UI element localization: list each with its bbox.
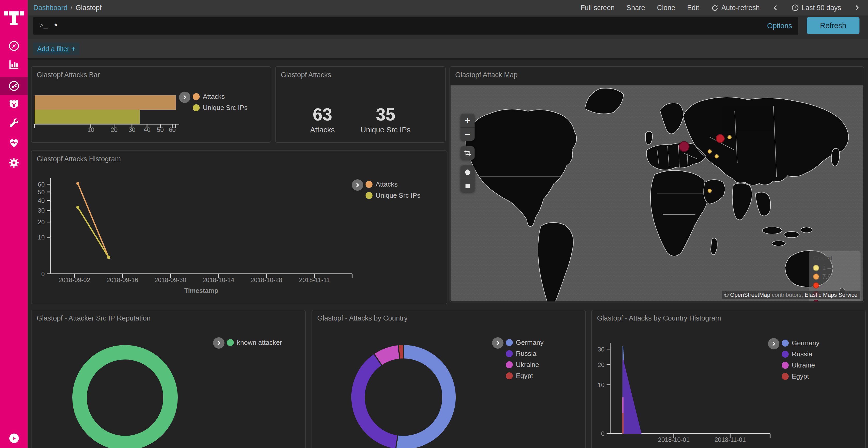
- metric-unique-src-ips: 35 Unique Src IPs: [361, 106, 410, 134]
- svg-text:0: 0: [41, 271, 45, 277]
- legend-item[interactable]: known attacker: [227, 339, 282, 347]
- zoom-out-button[interactable]: −: [461, 127, 474, 141]
- gear-icon: [8, 157, 20, 169]
- chevron-right-icon: [494, 340, 501, 346]
- legend-dot: [366, 192, 373, 199]
- add-filter-button[interactable]: Add a filter+: [33, 43, 79, 55]
- attack-location-marker[interactable]: [708, 149, 712, 153]
- map-legend-title: Count: [813, 254, 857, 262]
- zoom-in-button[interactable]: +: [461, 114, 474, 127]
- query-text[interactable]: *: [54, 22, 767, 30]
- time-back-button[interactable]: [772, 4, 779, 12]
- time-range-picker[interactable]: Last 90 days: [791, 4, 841, 12]
- attack-location-marker[interactable]: [715, 154, 719, 159]
- sidebar-item-timelion[interactable]: [0, 95, 28, 113]
- svg-text:10: 10: [597, 381, 604, 388]
- sidebar-item-monitoring[interactable]: [0, 134, 28, 152]
- legend-label: Attacks: [376, 180, 398, 188]
- refresh-button[interactable]: Refresh: [807, 17, 860, 34]
- edit-button[interactable]: Edit: [687, 4, 699, 12]
- legend-item[interactable]: Russia: [506, 350, 544, 358]
- telekom-logo[interactable]: [4, 5, 24, 30]
- fit-data-bounds-button[interactable]: [461, 146, 474, 160]
- legend-item[interactable]: Unique Src IPs: [366, 192, 420, 200]
- sidebar-item-devtools[interactable]: [0, 114, 28, 132]
- breadcrumb-separator: /: [70, 4, 72, 12]
- svg-text:60: 60: [169, 126, 176, 133]
- svg-text:30: 30: [128, 126, 135, 133]
- sidebar-item-discover[interactable]: [0, 37, 28, 55]
- svg-text:10: 10: [38, 234, 45, 241]
- legend-item[interactable]: Ukraine: [782, 361, 819, 369]
- legend-item[interactable]: Germany: [506, 339, 544, 347]
- full-screen-button[interactable]: Full screen: [581, 4, 615, 12]
- map-attribution: © OpenStreetMap contributors, Elastic Ma…: [722, 290, 860, 299]
- legend-toggle-button[interactable]: [492, 337, 503, 349]
- legend-dot: [782, 351, 789, 358]
- panel-attacker-src-ip-reputation: Glastopf - Attacker Src IP Reputation kn…: [31, 310, 306, 448]
- svg-text:2018-10-28: 2018-10-28: [251, 276, 282, 283]
- panel-title: Glastopf Attack Map: [455, 71, 518, 79]
- legend-toggle-button[interactable]: [352, 179, 363, 191]
- legend-dot: [782, 340, 789, 347]
- legend-item[interactable]: Attacks: [193, 93, 247, 101]
- src-ip-reputation-donut[interactable]: [32, 310, 305, 448]
- attack-location-marker[interactable]: [708, 188, 712, 193]
- map-legend-item: 1 – 7.6: [813, 264, 857, 272]
- legend-item[interactable]: Ukraine: [506, 361, 544, 369]
- legend-label: Russia: [516, 350, 536, 358]
- chart-legend: AttacksUnique Src IPs: [366, 180, 420, 200]
- legend-dot: [506, 372, 513, 379]
- legend-item[interactable]: Egypt: [506, 372, 544, 380]
- clone-button[interactable]: Clone: [657, 4, 675, 12]
- svg-text:2018-11-01: 2018-11-01: [715, 436, 746, 443]
- legend-dot: [506, 361, 513, 368]
- time-forward-button[interactable]: [853, 4, 861, 12]
- legend-label: known attacker: [237, 339, 282, 347]
- attack-location-marker[interactable]: [716, 134, 724, 143]
- openstreetmap-link[interactable]: © OpenStreetMap: [724, 291, 770, 298]
- svg-text:2018-09-02: 2018-09-02: [59, 276, 90, 283]
- breadcrumb: Dashboard / Glastopf: [33, 4, 101, 12]
- sidebar-item-visualize[interactable]: [0, 55, 28, 73]
- options-link[interactable]: Options: [767, 22, 792, 30]
- elastic-maps-service-link[interactable]: Elastic Maps Service: [805, 291, 858, 298]
- legend-item[interactable]: Attacks: [366, 180, 420, 188]
- legend-label: Ukraine: [792, 361, 815, 369]
- svg-text:20: 20: [111, 126, 118, 133]
- attack-location-marker[interactable]: [679, 141, 689, 152]
- legend-label: Ukraine: [516, 361, 539, 369]
- panel-title: Glastopf Attacks: [281, 71, 331, 79]
- sidebar-item-dashboard[interactable]: [0, 77, 28, 95]
- attacks-histogram-chart[interactable]: 01020304050602018-09-022018-09-162018-09…: [32, 151, 447, 304]
- bear-icon: [8, 98, 20, 110]
- legend-item[interactable]: Unique Src IPs: [193, 104, 247, 112]
- svg-text:10: 10: [87, 126, 94, 133]
- gauge-icon: [8, 80, 20, 92]
- chevron-right-icon: [770, 340, 777, 347]
- draw-polygon-button[interactable]: [461, 165, 474, 179]
- map-legend-dot: [813, 274, 819, 280]
- world-map[interactable]: + −: [451, 85, 863, 302]
- attacks-by-country-donut[interactable]: [312, 310, 585, 448]
- legend-toggle-button[interactable]: [768, 338, 779, 349]
- attack-location-marker[interactable]: [727, 135, 732, 139]
- share-button[interactable]: Share: [626, 4, 645, 12]
- draw-rectangle-button[interactable]: [461, 179, 474, 192]
- world-map-tiles: [451, 85, 863, 302]
- legend-item[interactable]: Egypt: [782, 372, 819, 380]
- country-histogram-chart[interactable]: 01020302018-10-012018-11-01Timestamp: [592, 310, 865, 448]
- legend-item[interactable]: Germany: [782, 339, 819, 347]
- draw-controls: [461, 165, 474, 192]
- sidebar-item-management[interactable]: [0, 154, 28, 172]
- legend-item[interactable]: Russia: [782, 350, 819, 358]
- search-input[interactable]: >_ * Options: [33, 17, 798, 35]
- legend-toggle-button[interactable]: [213, 337, 224, 349]
- map-legend-dot: [813, 282, 819, 288]
- legend-label: Russia: [792, 350, 812, 358]
- sidebar-expand-button[interactable]: [9, 434, 19, 443]
- breadcrumb-dashboard-link[interactable]: Dashboard: [33, 4, 67, 12]
- metric-group: 63 Attacks 35 Unique Src IPs: [276, 106, 445, 134]
- auto-refresh-button[interactable]: Auto-refresh: [711, 4, 760, 12]
- legend-toggle-button[interactable]: [179, 92, 190, 103]
